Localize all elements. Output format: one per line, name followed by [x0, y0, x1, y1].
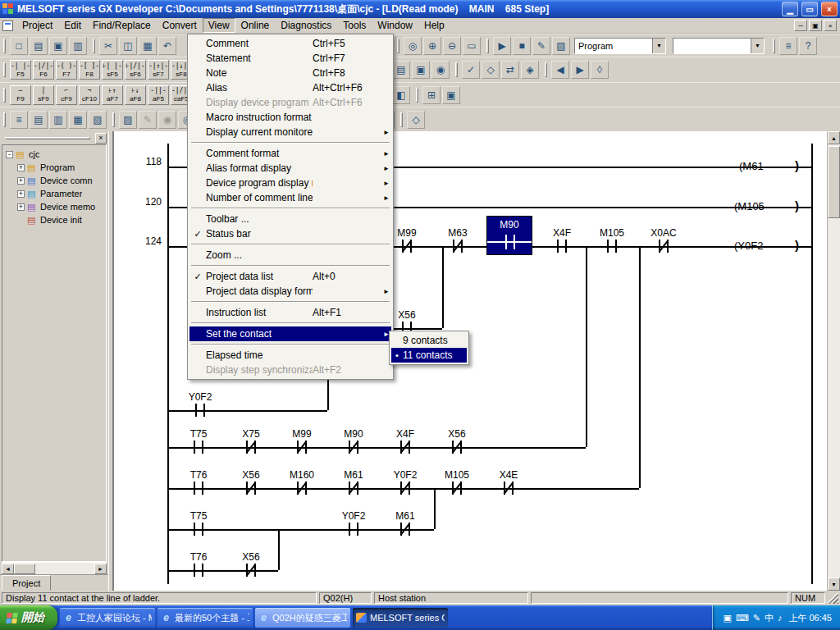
buffer-memory-monitor-icon[interactable]: ▣ — [412, 61, 430, 79]
tree-root[interactable]: - ▤ cjc — [4, 148, 104, 161]
device-test-2-icon[interactable]: ✎ — [139, 111, 157, 129]
contact-y0f2[interactable]: Y0F2 — [176, 391, 225, 419]
application-instruction-f8-button[interactable]: -[ ]-F8 — [79, 60, 100, 80]
scroll-down-icon[interactable]: ▼ — [828, 578, 840, 591]
contact-m160[interactable]: M160 — [277, 469, 326, 497]
tray-pen-icon[interactable]: ✎ — [753, 613, 760, 623]
scroll-left-icon[interactable]: ◄ — [2, 564, 14, 574]
submenu-item-9-contacts[interactable]: 9 contacts — [391, 333, 467, 348]
parameter-check-icon[interactable]: ◇ — [482, 61, 500, 79]
tree-item-program[interactable]: +▤Program — [4, 161, 104, 174]
expand-icon[interactable]: + — [17, 177, 25, 185]
zoom-fit-icon[interactable]: ▭ — [463, 37, 481, 55]
contact-x56[interactable]: X56 — [226, 551, 276, 579]
menu-item-alias[interactable]: AliasAlt+Ctrl+F6 — [189, 80, 391, 95]
save-project-icon[interactable]: ▣ — [49, 37, 67, 55]
chevron-down-icon[interactable]: ▼ — [652, 39, 665, 53]
menu-item-display-step-synchronization[interactable]: Display step synchronizationAlt+F2 — [189, 363, 391, 377]
open-contact-f5-button[interactable]: -| |-F5 — [10, 60, 31, 80]
contact-t76[interactable]: T76 — [174, 469, 223, 497]
taskbar-task[interactable]: eQ02H的疑惑三菱工... — [255, 608, 350, 628]
contact-m61[interactable]: M61 — [381, 510, 430, 538]
statement-icon[interactable]: ▥ — [49, 111, 67, 129]
contact-m61[interactable]: M61 — [329, 469, 378, 497]
trace-icon[interactable]: ◉ — [158, 111, 176, 129]
stop-monitor-icon[interactable]: ■ — [513, 37, 531, 55]
copy-icon[interactable]: ◫ — [119, 37, 137, 55]
coil-f7-button[interactable]: -( )-F7 — [56, 60, 77, 80]
transfer-setup-icon[interactable]: ⇄ — [501, 61, 519, 79]
horizontal-line-f9-button[interactable]: —F9 — [10, 85, 31, 105]
menu-online[interactable]: Online — [235, 18, 276, 33]
program-type-combo[interactable]: Program▼ — [574, 38, 666, 54]
menu-item-toolbar[interactable]: Toolbar ... — [189, 212, 391, 226]
parallel-closed-contact-sf6-button[interactable]: ⊦|/|-sF6 — [125, 60, 146, 80]
contact-x4f[interactable]: X4F — [537, 227, 587, 255]
expand-icon[interactable]: + — [17, 164, 25, 171]
contact-t75[interactable]: T75 — [174, 510, 223, 538]
tree-item-parameter[interactable]: +▤Parameter — [4, 187, 104, 200]
open-project-icon[interactable]: ▤ — [30, 37, 48, 55]
ladder-monitor-icon[interactable]: ▧ — [552, 37, 570, 55]
contact-x4f[interactable]: X4F — [381, 428, 430, 456]
find-icon[interactable]: ◎ — [404, 37, 422, 55]
panel-grip[interactable] — [5, 137, 90, 139]
vertical-line-sf9-button[interactable]: │sF9 — [33, 85, 54, 105]
tray-volume-icon[interactable]: ♪ — [778, 613, 783, 623]
taskbar-task[interactable]: e工控人家园论坛 - Mi... — [60, 608, 155, 628]
declaration-icon[interactable]: ◧ — [392, 86, 410, 104]
resize-grip[interactable] — [828, 593, 838, 604]
zoom-in-icon[interactable]: ⊕ — [423, 37, 441, 55]
verify-with-plc-icon[interactable]: ◊ — [591, 61, 609, 79]
start-button[interactable]: 開始 — [0, 605, 57, 630]
menu-item-device-program-display-mode[interactable]: Device program display mode► — [189, 176, 391, 190]
submenu-item-11-contacts[interactable]: •11 contacts — [391, 348, 467, 363]
ladder-cursor-cell[interactable]: M90 — [486, 216, 532, 255]
menu-item-zoom[interactable]: Zoom ... — [189, 248, 391, 262]
menu-find-replace[interactable]: Find/Replace — [87, 18, 157, 33]
tray-ime-icon[interactable]: 中 — [765, 612, 774, 624]
collapse-icon[interactable]: - — [6, 151, 13, 158]
expand-icon[interactable]: + — [17, 190, 25, 198]
device-monitor-icon[interactable]: ▨ — [119, 111, 137, 129]
write-to-plc-icon[interactable]: ▶ — [571, 61, 589, 79]
alias-icon[interactable]: ▧ — [89, 111, 107, 129]
menu-diagnostics[interactable]: Diagnostics — [275, 18, 337, 33]
restore-button[interactable]: ▭ — [801, 2, 818, 16]
panel-close-button[interactable]: × — [95, 133, 107, 144]
contact-x4e[interactable]: X4E — [484, 469, 533, 497]
tree-item-device-init[interactable]: ▤Device init — [4, 213, 104, 226]
print-icon[interactable]: ▥ — [69, 37, 87, 55]
contact-m63[interactable]: M63 — [433, 227, 482, 255]
menu-edit[interactable]: Edit — [58, 18, 87, 33]
vertical-scrollbar[interactable]: ▲ ▼ — [827, 131, 840, 591]
menu-item-comment-format[interactable]: Comment format► — [189, 146, 391, 161]
project-data-list-toggle-icon[interactable]: ≡ — [10, 111, 28, 129]
contact-t75[interactable]: T75 — [174, 428, 223, 456]
menu-item-display-current-monitored-values[interactable]: Display current monitored values► — [189, 125, 391, 139]
menu-item-project-data-list[interactable]: ✓Project data listAlt+0 — [189, 269, 391, 284]
child-close-button[interactable]: × — [824, 20, 837, 31]
tray-keyboard-icon[interactable]: ⌨ — [736, 613, 749, 623]
comment-icon[interactable]: ▤ — [30, 111, 48, 129]
menu-item-note[interactable]: NoteCtrl+F8 — [189, 66, 391, 80]
note-icon[interactable]: ▦ — [69, 111, 87, 129]
menu-item-comment[interactable]: CommentCtrl+F5 — [189, 36, 391, 51]
undo-icon[interactable]: ↶ — [158, 37, 176, 55]
tree-item-device-comn[interactable]: +▤Device comn — [4, 174, 104, 187]
contact-m99[interactable]: M99 — [277, 428, 326, 456]
contact-x56[interactable]: X56 — [432, 428, 482, 456]
menu-item-status-bar[interactable]: ✓Status bar — [189, 226, 391, 241]
window-split-icon[interactable]: ⊞ — [422, 86, 441, 104]
contact-m105[interactable]: M105 — [432, 469, 482, 497]
monitor-condition-icon[interactable]: ◉ — [431, 61, 450, 79]
program-check-icon[interactable]: ✓ — [462, 61, 480, 79]
child-minimize-button[interactable]: ─ — [794, 20, 807, 31]
close-button[interactable]: × — [821, 2, 838, 16]
scroll-up-icon[interactable]: ▲ — [828, 131, 840, 144]
minimize-button[interactable]: ▁ — [782, 2, 798, 16]
contact-m105[interactable]: M105 — [587, 227, 637, 255]
menu-item-project-data-display-format[interactable]: Project data display format► — [189, 284, 391, 299]
secondary-combo[interactable]: ▼ — [673, 38, 765, 54]
menu-item-elapsed-time[interactable]: Elapsed time — [189, 348, 391, 363]
